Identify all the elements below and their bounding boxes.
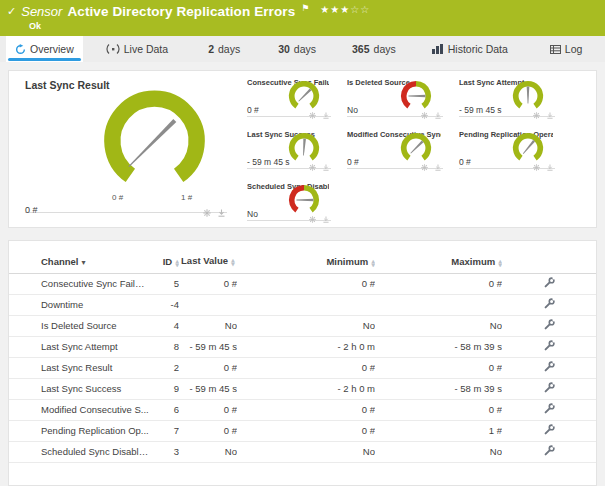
- gauge-value: 0 #: [347, 157, 359, 167]
- channel-id: 2: [149, 362, 179, 373]
- table-header-row: Channel▾ ID▲▼ Last Value▲▼ Minimum▲▼ Max…: [9, 241, 596, 274]
- gauge-tile-pending-replication-operations[interactable]: Pending Replication Operatio... 0 #: [451, 125, 563, 177]
- channel-name: Pending Replication Op...: [9, 425, 149, 436]
- column-header-channel[interactable]: Channel▾: [9, 256, 149, 267]
- gauge-tile-scheduled-sync-disabled[interactable]: Scheduled Sync Disabled No: [239, 177, 339, 229]
- gear-icon[interactable]: [533, 112, 540, 119]
- pin-icon[interactable]: [435, 112, 441, 119]
- wrench-icon[interactable]: [544, 382, 555, 393]
- table-row[interactable]: Last Sync Result 2 0 # 0 # 0 #: [9, 358, 596, 379]
- column-header-id[interactable]: ID▲▼: [149, 256, 179, 267]
- gauge-tile-last-sync-success[interactable]: Last Sync Success - 59 m 45 s: [239, 125, 339, 177]
- channel-id: 7: [149, 425, 179, 436]
- gauge-value: 0 #: [25, 205, 38, 215]
- sort-caret-icon: ▾: [81, 258, 85, 267]
- pin-icon[interactable]: [323, 216, 329, 223]
- gauge-needle: [522, 140, 535, 155]
- table-row[interactable]: Downtime -4: [9, 295, 596, 316]
- gauge-tile-consecutive-sync-failures[interactable]: Consecutive Sync Failures 0 #: [239, 73, 339, 125]
- channel-name: Downtime: [9, 299, 149, 310]
- pin-icon[interactable]: [547, 112, 553, 119]
- table-row[interactable]: Last Sync Success 9 - 59 m 45 s - 2 h 0 …: [9, 379, 596, 400]
- gear-icon[interactable]: [421, 164, 428, 171]
- column-header-last-value[interactable]: Last Value▲▼: [179, 255, 237, 267]
- pin-icon[interactable]: [218, 209, 225, 217]
- wrench-icon[interactable]: [544, 298, 555, 309]
- channel-minimum: - 2 h 0 m: [237, 341, 375, 352]
- channel-id: 3: [149, 446, 179, 457]
- tab-label: Live Data: [124, 43, 168, 55]
- tab-historic-data[interactable]: Historic Data: [423, 36, 517, 62]
- channel-id: 5: [149, 278, 179, 289]
- channels-table: Channel▾ ID▲▼ Last Value▲▼ Minimum▲▼ Max…: [8, 240, 597, 486]
- table-row[interactable]: Is Deleted Source 4 No No No: [9, 316, 596, 337]
- channel-name: Consecutive Sync Failur...: [9, 278, 149, 289]
- gauge-tile-is-deleted-source[interactable]: Is Deleted Source No: [339, 73, 451, 125]
- wrench-icon[interactable]: [544, 361, 555, 372]
- channel-last-value: 0 #: [179, 362, 237, 373]
- overview-icon: [15, 44, 26, 55]
- tab-log[interactable]: Log: [541, 36, 592, 62]
- gauge-needle: [410, 140, 424, 154]
- gauge-value: No: [247, 209, 258, 219]
- channel-name: Last Sync Result: [9, 362, 149, 373]
- table-row[interactable]: Consecutive Sync Failur... 5 0 # 0 # 0 #: [9, 274, 596, 295]
- channel-minimum: 0 #: [237, 362, 375, 373]
- channel-minimum: 0 #: [237, 278, 375, 289]
- channel-last-value: 0 #: [179, 278, 237, 289]
- object-kind-label: Sensor: [21, 4, 62, 19]
- gear-icon[interactable]: [421, 112, 428, 119]
- channel-last-value: - 59 m 45 s: [179, 383, 237, 394]
- table-row[interactable]: Last Sync Attempt 8 - 59 m 45 s - 2 h 0 …: [9, 337, 596, 358]
- tab-2-days[interactable]: 2days: [199, 36, 249, 62]
- channel-maximum: No: [375, 446, 502, 457]
- table-row[interactable]: Scheduled Sync Disabled 3 No No No: [9, 442, 596, 463]
- gauge-tile-modified-consecutive-sync-failures[interactable]: Modified Consecutive Sync F... 0 #: [339, 125, 451, 177]
- channel-id: 6: [149, 404, 179, 415]
- channel-maximum: 0 #: [375, 404, 502, 415]
- wrench-icon[interactable]: [544, 445, 555, 456]
- channel-maximum: 0 #: [375, 362, 502, 373]
- gauge-value-row: 0 #: [25, 199, 227, 213]
- tab-label: Historic Data: [448, 43, 508, 55]
- wrench-icon[interactable]: [544, 424, 555, 435]
- gauge-tile-last-sync-attempt[interactable]: Last Sync Attempt - 59 m 45 s: [451, 73, 563, 125]
- gauge-needle: [408, 95, 425, 98]
- table-row[interactable]: Modified Consecutive S... 6 0 # 0 # 0 #: [9, 400, 596, 421]
- pin-icon[interactable]: [547, 164, 553, 171]
- channel-minimum: No: [237, 320, 375, 331]
- wrench-icon[interactable]: [544, 277, 555, 288]
- tab-30-days[interactable]: 30days: [269, 36, 325, 62]
- priority-stars[interactable]: ★★★☆☆: [320, 4, 370, 15]
- tab-overview[interactable]: Overview: [6, 36, 83, 62]
- tab-label: 30: [278, 43, 290, 55]
- gear-icon[interactable]: [309, 112, 316, 119]
- gear-icon[interactable]: [309, 216, 316, 223]
- pin-icon[interactable]: [323, 112, 329, 119]
- gauge-tile-last-sync-result[interactable]: Last Sync Result 0 # 1 # 0 #: [9, 71, 237, 227]
- column-header-minimum[interactable]: Minimum▲▼: [237, 256, 375, 267]
- channel-minimum: 0 #: [237, 404, 375, 415]
- tab-live-data[interactable]: Live Data: [97, 36, 177, 62]
- channel-minimum: - 2 h 0 m: [237, 383, 375, 394]
- channel-id: 4: [149, 320, 179, 331]
- gear-icon[interactable]: [203, 209, 211, 217]
- pin-icon[interactable]: [435, 164, 441, 171]
- favorite-flag-icon[interactable]: ⚑: [301, 3, 309, 13]
- tab-365-days[interactable]: 365days: [343, 36, 405, 62]
- gear-icon[interactable]: [309, 164, 316, 171]
- stars-filled: ★★★: [320, 4, 350, 15]
- gauge-value: - 59 m 45 s: [459, 105, 502, 115]
- wrench-icon[interactable]: [544, 403, 555, 414]
- wrench-icon[interactable]: [544, 319, 555, 330]
- page-title: Active Directory Replication Errors: [67, 4, 295, 19]
- gear-icon[interactable]: [533, 164, 540, 171]
- pin-icon[interactable]: [323, 164, 329, 171]
- sort-arrows-icon: ▲▼: [498, 259, 502, 267]
- channel-id: -4: [149, 299, 179, 310]
- table-row[interactable]: Pending Replication Op... 7 0 # 0 # 1 #: [9, 421, 596, 442]
- wrench-icon[interactable]: [544, 340, 555, 351]
- column-header-maximum[interactable]: Maximum▲▼: [375, 256, 502, 267]
- channel-id: 8: [149, 341, 179, 352]
- channel-maximum: 0 #: [375, 278, 502, 289]
